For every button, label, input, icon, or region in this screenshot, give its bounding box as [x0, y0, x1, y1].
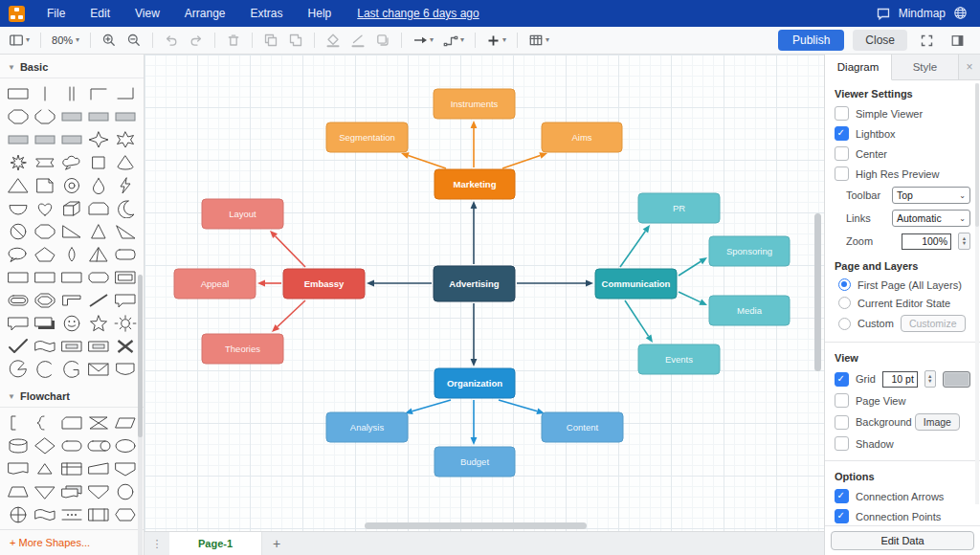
- section-flowchart[interactable]: ▼ Flowchart: [0, 384, 144, 408]
- shape-button[interactable]: [85, 335, 111, 357]
- line-color-button[interactable]: [346, 30, 369, 51]
- more-shapes-button[interactable]: + More Shapes...: [0, 529, 144, 555]
- shape-gray-rectangle[interactable]: [58, 128, 84, 150]
- shape-drop[interactable]: [85, 174, 111, 196]
- shape-triangle[interactable]: [5, 174, 31, 196]
- diagram-node-communication[interactable]: Communication: [595, 269, 677, 299]
- shape-rectangle[interactable]: [5, 266, 31, 288]
- shape-pyramid[interactable]: [85, 243, 111, 265]
- zoom-level-dropdown[interactable]: 80% ▾: [48, 32, 83, 49]
- shape-rectangle[interactable]: [5, 82, 31, 104]
- shape-pentagon[interactable]: [32, 243, 57, 265]
- shape-inverted-triangle[interactable]: [32, 480, 57, 502]
- shape-hexagon[interactable]: [112, 503, 138, 525]
- diagram-node-embassy[interactable]: Embassy: [283, 269, 365, 299]
- table-dropdown[interactable]: ▾: [524, 30, 553, 51]
- shape-sun[interactable]: [112, 312, 138, 334]
- shape-cylinder[interactable]: [5, 434, 31, 456]
- diagram-edge[interactable]: [679, 292, 707, 305]
- diagram-node-analysis[interactable]: Analysis: [326, 412, 408, 442]
- lightbox-checkbox[interactable]: [835, 126, 849, 141]
- shape-no-symbol[interactable]: [5, 220, 31, 242]
- shape-envelope[interactable]: [85, 358, 111, 380]
- menu-view[interactable]: View: [122, 0, 172, 27]
- shape-partial-circle[interactable]: [58, 358, 84, 380]
- background-image-button[interactable]: Image: [915, 413, 960, 431]
- view-panels-button[interactable]: ▾: [5, 30, 33, 51]
- shape-obtuse-triangle[interactable]: [112, 220, 138, 242]
- connection-points-checkbox[interactable]: [835, 509, 849, 523]
- shape-circle[interactable]: [112, 480, 138, 502]
- shape-callout[interactable]: [5, 312, 31, 334]
- shape-speech-bubble[interactable]: [5, 243, 31, 265]
- shape-pouch[interactable]: [112, 358, 138, 380]
- fill-color-button[interactable]: [322, 30, 345, 51]
- canvas-vertical-scrollbar[interactable]: [814, 213, 821, 371]
- diagram-node-aims[interactable]: Aims: [542, 122, 622, 152]
- grid-size-input[interactable]: 10 pt: [882, 371, 918, 388]
- diagram-edge[interactable]: [502, 152, 547, 168]
- zoom-out-button[interactable]: [122, 30, 145, 51]
- shape-diagonal-line[interactable]: [85, 289, 111, 311]
- format-panel-toggle[interactable]: [947, 31, 969, 51]
- shape-card[interactable]: [58, 411, 84, 433]
- to-front-button[interactable]: [259, 30, 282, 51]
- custom-radio[interactable]: [838, 318, 851, 330]
- diagram-edge[interactable]: [679, 257, 707, 276]
- diagram-node-appeal[interactable]: Appeal: [174, 269, 256, 299]
- diagram-edge[interactable]: [471, 201, 478, 264]
- shadow-checkbox[interactable]: [835, 436, 849, 451]
- shape-gray-rectangle[interactable]: [58, 105, 84, 127]
- publish-button[interactable]: Publish: [778, 30, 844, 51]
- simple-viewer-checkbox[interactable]: [835, 106, 849, 121]
- shape-callout[interactable]: [112, 289, 138, 311]
- current-editor-state-radio[interactable]: [838, 297, 851, 309]
- shape-lens[interactable]: [58, 243, 84, 265]
- shape-off-page[interactable]: [112, 457, 138, 479]
- center-checkbox[interactable]: [835, 146, 849, 161]
- shape-predefined-process[interactable]: [85, 503, 111, 525]
- shape-rectangle[interactable]: [32, 266, 57, 288]
- shape-corner[interactable]: [58, 289, 84, 311]
- menu-arrange[interactable]: Arrange: [172, 0, 238, 27]
- shape-rounded-rectangle[interactable]: [112, 243, 138, 265]
- diagram-node-theories[interactable]: Theories: [202, 334, 283, 364]
- shadow-button[interactable]: [371, 30, 394, 51]
- diagram-edge[interactable]: [405, 400, 451, 414]
- shape-multi-document[interactable]: [58, 480, 84, 502]
- canvas-horizontal-scrollbar[interactable]: [365, 522, 587, 529]
- menu-file[interactable]: File: [34, 0, 78, 27]
- shape-smiley[interactable]: [58, 312, 84, 334]
- shape-collate[interactable]: [85, 411, 111, 433]
- shape-banner[interactable]: [32, 151, 57, 173]
- shape-display[interactable]: [85, 480, 111, 502]
- last-change-link[interactable]: Last change 6 days ago: [357, 7, 479, 20]
- diagram-node-segmentation[interactable]: Segmentation: [326, 122, 408, 152]
- shape-ellipse[interactable]: [112, 434, 138, 456]
- tab-style[interactable]: Style: [892, 55, 959, 79]
- diagram-edge[interactable]: [367, 280, 432, 287]
- diagram-node-budget[interactable]: Budget: [434, 447, 515, 477]
- shape-donut[interactable]: [58, 174, 84, 196]
- shape-gray-rectangle[interactable]: [85, 105, 111, 127]
- waypoint-style-dropdown[interactable]: ▾: [439, 30, 468, 51]
- diagram-node-content[interactable]: Content: [542, 412, 623, 442]
- grid-checkbox[interactable]: [835, 372, 849, 387]
- shape-octagon-open[interactable]: [32, 105, 57, 127]
- shape-star-6[interactable]: [112, 128, 138, 150]
- close-panel-icon[interactable]: ×: [959, 55, 980, 79]
- zoom-input[interactable]: 100%: [902, 233, 951, 250]
- diagram-edge[interactable]: [401, 152, 446, 168]
- insert-dropdown[interactable]: ▾: [482, 31, 510, 51]
- high-res-checkbox[interactable]: [835, 166, 849, 181]
- shape-right-triangle[interactable]: [58, 220, 84, 242]
- shape-lightning[interactable]: [112, 174, 138, 196]
- menu-help[interactable]: Help: [296, 0, 345, 27]
- sidebar-scrollbar[interactable]: [138, 275, 143, 555]
- menu-extras[interactable]: Extras: [238, 0, 296, 27]
- shape-double-vertical-line[interactable]: [58, 82, 84, 104]
- diagram-node-advertising[interactable]: Advertising: [434, 266, 515, 301]
- diagram-edge[interactable]: [499, 400, 545, 414]
- toolbar-select[interactable]: Top ⌄: [892, 187, 970, 204]
- links-select[interactable]: Automatic ⌄: [892, 210, 970, 227]
